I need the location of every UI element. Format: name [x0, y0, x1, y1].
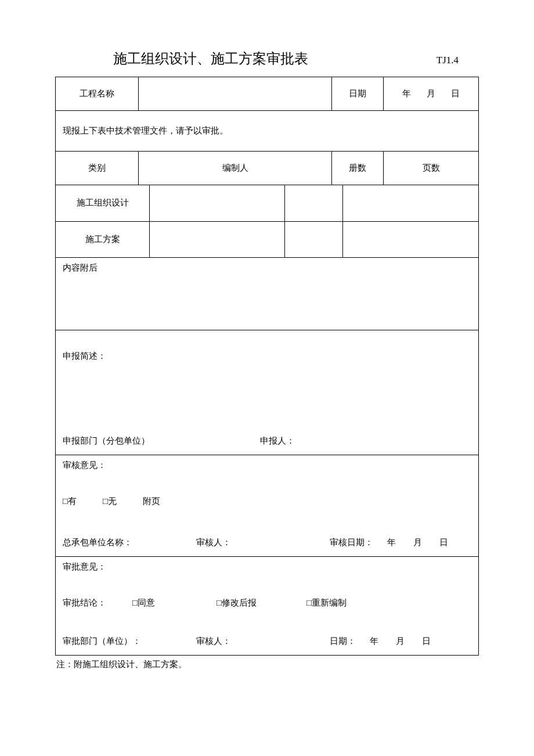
label-day: 日: [451, 88, 460, 99]
label-month: 月: [427, 88, 435, 99]
note-text: 现报上下表中技术管理文件，请予以审批。: [56, 111, 479, 152]
th-category: 类别: [56, 152, 139, 185]
label-approve-dept: 审批部门（单位）：: [63, 636, 196, 647]
approve-section[interactable]: 审批意见： 审批结论： □同意 □修改后报 □重新编制 审批部门（单位）： 审核…: [56, 556, 479, 655]
label-conclusion: 审批结论：: [63, 597, 132, 609]
cell-plan-pages[interactable]: [343, 221, 479, 257]
field-project-name[interactable]: [138, 77, 332, 111]
cell-plan-compiler[interactable]: [150, 221, 285, 257]
label-approve-day: 日: [422, 636, 431, 647]
row-approve: 审批意见： 审批结论： □同意 □修改后报 □重新编制 审批部门（单位）： 审核…: [56, 556, 479, 655]
label-approve-date: 日期：: [330, 636, 356, 646]
checkbox-none[interactable]: □无: [103, 496, 117, 507]
field-date[interactable]: 年 月 日: [384, 77, 479, 111]
label-reviewer: 审核人：: [196, 537, 330, 548]
checkbox-has[interactable]: □有: [63, 496, 77, 507]
row-content: 内容附后: [56, 257, 479, 330]
cell-plan-volumes[interactable]: [285, 221, 343, 257]
header-row: 施工组织设计、施工方案审批表 TJ1.4: [55, 49, 479, 68]
footnote: 注：附施工组织设计、施工方案。: [55, 656, 479, 674]
report-section[interactable]: 申报简述： 申报部门（分包单位） 申报人：: [56, 330, 479, 455]
cell-design-volumes[interactable]: [285, 185, 343, 221]
checkbox-revise[interactable]: □修改后报: [217, 597, 306, 609]
row-plan: 施工方案: [56, 221, 479, 257]
label-approve-month: 月: [396, 636, 405, 647]
page-title: 施工组织设计、施工方案审批表: [113, 49, 308, 68]
th-compiler: 编制人: [138, 152, 332, 185]
label-report-person: 申报人：: [260, 435, 295, 447]
label-attach: 附页: [143, 496, 160, 507]
label-review-year: 年: [387, 537, 396, 548]
cell-design-pages[interactable]: [343, 185, 479, 221]
label-approve-person: 审核人：: [196, 636, 330, 647]
checkbox-agree[interactable]: □同意: [132, 597, 217, 609]
label-content-attached: 内容附后: [63, 263, 98, 272]
form-code: TJ1.4: [436, 55, 459, 66]
label-report-dept: 申报部门（分包单位）: [63, 435, 150, 447]
row-table-header: 类别 编制人 册数 页数: [56, 152, 479, 185]
label-contractor-unit: 总承包单位名称：: [63, 537, 196, 548]
label-approve-year: 年: [370, 636, 378, 647]
th-pages: 页数: [384, 152, 479, 185]
row-report-desc: 申报简述： 申报部门（分包单位） 申报人：: [56, 330, 479, 455]
cell-design-compiler[interactable]: [150, 185, 285, 221]
row-review: 审核意见： □有 □无 附页 总承包单位名称： 审核人： 审核日期： 年 月 日: [56, 455, 479, 556]
review-section[interactable]: 审核意见： □有 □无 附页 总承包单位名称： 审核人： 审核日期： 年 月 日: [56, 455, 479, 556]
label-report-title: 申报简述：: [56, 330, 478, 362]
label-review-title: 审核意见：: [56, 455, 478, 476]
cell-plan-label: 施工方案: [56, 221, 150, 257]
label-approve-title: 审批意见：: [56, 557, 478, 577]
label-year: 年: [402, 88, 411, 99]
approval-table: 工程名称 日期 年 月 日 现报上下表中技术管理文件，请予以审批。 类别 编制人…: [55, 77, 479, 185]
content-attached[interactable]: 内容附后: [56, 257, 479, 330]
row-design: 施工组织设计: [56, 185, 479, 221]
label-project-name: 工程名称: [56, 77, 139, 111]
details-table: 施工组织设计 施工方案 内容附后 申报简述： 申报部门（分包单位） 申报人： 审…: [55, 185, 479, 656]
label-review-day: 日: [439, 537, 448, 548]
row-project: 工程名称 日期 年 月 日: [56, 77, 479, 111]
row-note: 现报上下表中技术管理文件，请予以审批。: [56, 111, 479, 152]
label-review-date: 审核日期：: [330, 538, 373, 547]
cell-design-label: 施工组织设计: [56, 185, 150, 221]
th-volumes: 册数: [332, 152, 384, 185]
label-review-month: 月: [413, 537, 422, 548]
label-date: 日期: [332, 77, 384, 111]
checkbox-redo[interactable]: □重新编制: [306, 597, 347, 609]
